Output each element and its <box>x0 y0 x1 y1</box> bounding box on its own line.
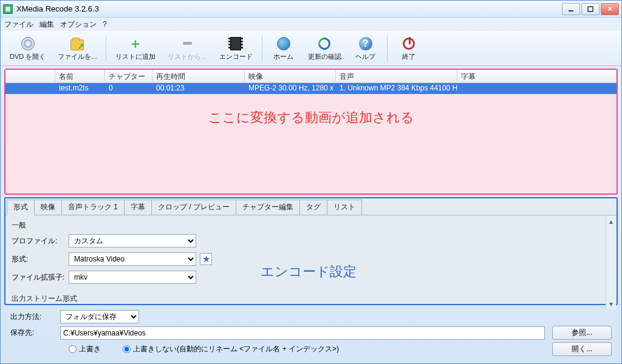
table-row[interactable]: test.m2ts 0 00:01:23 MPEG-2 30.00 Hz, 12… <box>5 83 617 94</box>
titlebar[interactable]: XMedia Recode 3.2.6.3 ✕ <box>1 1 621 18</box>
globe-icon <box>277 37 290 50</box>
open-button[interactable]: 開く... <box>552 342 612 356</box>
annotation-text: エンコード設定 <box>261 263 357 281</box>
remove-from-list-button[interactable]: ━リストから... <box>162 33 212 64</box>
folder-open-icon: ↗ <box>70 39 84 50</box>
separator <box>387 35 388 62</box>
scroll-up-icon[interactable]: ▴ <box>609 217 613 226</box>
output-method-label: 出力方法: <box>10 312 56 322</box>
grid-header: 名前 チャプター 再生時間 映像 音声 字幕 <box>5 70 617 83</box>
app-window: XMedia Recode 3.2.6.3 ✕ ファイル 編集 オプション ? … <box>0 0 622 364</box>
add-to-list-button[interactable]: ＋リストに追加 <box>110 33 161 64</box>
app-icon <box>3 4 13 14</box>
separator <box>262 35 262 62</box>
minus-icon: ━ <box>183 36 191 52</box>
menubar: ファイル 編集 オプション ? <box>1 18 621 31</box>
profile-label: プロファイル: <box>12 236 65 246</box>
annotation-text: ここに変換する動画が追加される <box>5 109 617 127</box>
home-button[interactable]: ホーム <box>266 33 301 64</box>
destination-input[interactable] <box>60 326 545 340</box>
output-stream-title: 出力ストリーム形式 <box>12 294 610 304</box>
separator <box>106 35 106 62</box>
format-select[interactable]: Matroska Video <box>69 252 196 266</box>
extension-select[interactable]: mkv <box>69 271 196 284</box>
output-settings: 出力方法: フォルダに保存 保存先: 参照... 上書き 上書きしない(自動的に… <box>4 308 618 361</box>
overwrite-yes-radio[interactable] <box>69 345 77 353</box>
scroll-down-icon[interactable]: ▾ <box>609 300 613 308</box>
menu-edit[interactable]: 編集 <box>39 19 54 30</box>
refresh-icon <box>316 35 332 52</box>
favorite-button[interactable]: ★ <box>200 253 212 265</box>
settings-panel: 形式 映像 音声トラック 1 字幕 クロップ / プレビュー チャプター編集 タ… <box>4 197 618 305</box>
overwrite-yes-label: 上書き <box>79 344 101 354</box>
minimize-button[interactable] <box>562 3 580 15</box>
plus-icon: ＋ <box>129 35 142 53</box>
check-updates-button[interactable]: 更新の確認 <box>302 33 347 64</box>
toolbar: DVD を開く ↗ファイルを... ＋リストに追加 ━リストから... エンコー… <box>1 31 621 66</box>
help-icon: ? <box>359 37 372 50</box>
tab-video[interactable]: 映像 <box>34 200 62 215</box>
tab-list[interactable]: リスト <box>327 200 362 215</box>
tab-format[interactable]: 形式 <box>7 200 35 215</box>
col-duration[interactable]: 再生時間 <box>152 70 245 83</box>
tab-subtitle[interactable]: 字幕 <box>124 200 152 215</box>
profile-select[interactable]: カスタム <box>69 234 196 248</box>
col-audio[interactable]: 音声 <box>336 70 457 83</box>
help-button[interactable]: ?ヘルプ <box>348 33 383 64</box>
destination-label: 保存先: <box>10 328 56 338</box>
output-method-select[interactable]: フォルダに保存 <box>60 310 139 323</box>
close-button[interactable]: ✕ <box>601 3 619 15</box>
file-list-grid[interactable]: 名前 チャプター 再生時間 映像 音声 字幕 test.m2ts 0 00:01… <box>4 69 618 195</box>
dvd-icon <box>21 37 35 50</box>
window-title: XMedia Recode 3.2.6.3 <box>16 4 562 13</box>
film-icon <box>230 37 241 50</box>
tab-tag[interactable]: タグ <box>299 200 327 215</box>
encode-button[interactable]: エンコード <box>214 33 258 64</box>
format-label: 形式: <box>12 254 65 265</box>
open-file-button[interactable]: ↗ファイルを... <box>52 33 102 64</box>
extension-label: ファイル拡張子: <box>12 272 65 283</box>
group-general-title: 一般 <box>12 220 610 231</box>
exit-button[interactable]: 終了 <box>391 33 426 64</box>
col-subtitle[interactable]: 字幕 <box>457 70 617 83</box>
power-icon <box>403 38 415 50</box>
tab-audio-track-1[interactable]: 音声トラック 1 <box>61 200 125 215</box>
maximize-button[interactable] <box>581 3 600 15</box>
browse-button[interactable]: 参照... <box>552 326 612 340</box>
tabbar: 形式 映像 音声トラック 1 字幕 クロップ / プレビュー チャプター編集 タ… <box>5 198 617 215</box>
tab-content-format: 一般 プロファイル: カスタム 形式: Matroska Video ★ ファイ… <box>5 215 617 310</box>
menu-file[interactable]: ファイル <box>4 19 33 30</box>
svg-rect-1 <box>588 7 593 12</box>
open-dvd-button[interactable]: DVD を開く <box>4 33 51 64</box>
overwrite-no-label: 上書きしない(自動的にリネーム <ファイル名 + インデックス>) <box>133 344 339 354</box>
scrollbar[interactable]: ▴▾ <box>606 216 616 309</box>
menu-help[interactable]: ? <box>103 20 107 29</box>
tab-chapter-edit[interactable]: チャプター編集 <box>236 200 300 215</box>
col-chapter[interactable]: チャプター <box>105 70 152 83</box>
col-video[interactable]: 映像 <box>245 70 336 83</box>
tab-crop-preview[interactable]: クロップ / プレビュー <box>151 200 236 215</box>
overwrite-no-radio[interactable] <box>123 345 131 353</box>
menu-options[interactable]: オプション <box>60 19 97 30</box>
col-name[interactable]: 名前 <box>55 70 105 83</box>
